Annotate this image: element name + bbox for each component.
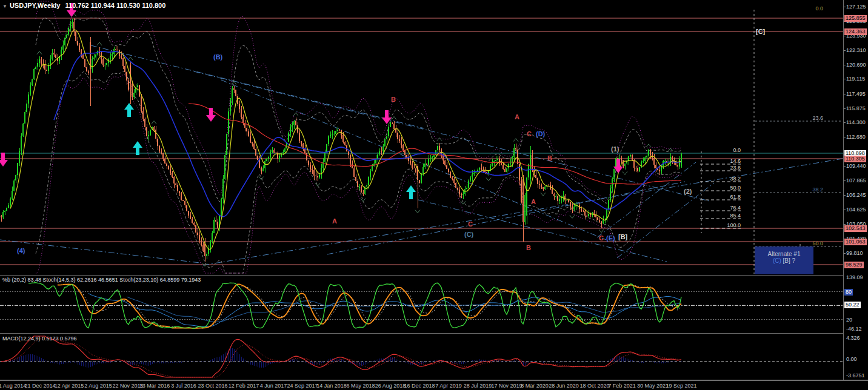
- macd-bar: [56, 362, 56, 363]
- price-tickmark: [844, 195, 846, 196]
- wave-label: (1): [611, 145, 619, 153]
- wave-label: C: [599, 234, 604, 242]
- candle-body: [72, 22, 73, 24]
- macd-bar: [358, 362, 358, 366]
- macd-bar: [256, 362, 256, 366]
- candle-body: [141, 96, 142, 111]
- time-axis[interactable]: 31 Aug 201421 Dec 201412 Apr 20152 Aug 2…: [0, 380, 868, 390]
- macd-bar: [81, 362, 82, 366]
- macd-bar: [669, 362, 669, 363]
- candle-body: [408, 158, 409, 161]
- stochastic-panel-canvas[interactable]: [0, 276, 844, 334]
- wave-label: C: [527, 130, 532, 137]
- panel-separator[interactable]: [0, 275, 868, 276]
- candle-body: [324, 153, 326, 161]
- macd-bar: [207, 362, 207, 362]
- candle-body: [332, 134, 333, 135]
- candle-body: [202, 245, 204, 251]
- symbol-dropdown-icon[interactable]: ▼: [2, 4, 7, 9]
- price-axis[interactable]: 127.125125.505123.930122.310120.690119.1…: [844, 0, 868, 380]
- macd-bar: [107, 362, 107, 363]
- macd-bar: [99, 362, 100, 363]
- wave-label: [B]: [618, 233, 628, 240]
- candle-body: [201, 240, 202, 245]
- candle-body: [362, 193, 364, 194]
- macd-bar: [196, 362, 196, 362]
- date-label: 19 Sep 2021: [666, 383, 696, 389]
- macd-bar: [118, 362, 118, 362]
- fractal-down-icon: [361, 198, 366, 201]
- candle-body: [6, 208, 7, 211]
- candle-body: [255, 149, 256, 156]
- candle-body: [315, 176, 316, 176]
- macd-bar: [547, 362, 547, 362]
- fib1-label: 0.0: [733, 147, 741, 153]
- macd-bar: [559, 362, 560, 363]
- price-tag-110.305: 110.305: [844, 156, 866, 162]
- macd-bar: [423, 362, 424, 363]
- macd-bar: [579, 362, 580, 362]
- alternate-wave-c: (C): [773, 257, 781, 264]
- fractal-down-icon: [623, 171, 627, 174]
- price-tickmark: [844, 122, 846, 123]
- macd-bar: [48, 362, 49, 362]
- candle-body: [84, 59, 85, 67]
- price-tickmark: [844, 253, 846, 254]
- candle-body: [502, 165, 504, 169]
- candle-body: [444, 160, 446, 165]
- panel-separator[interactable]: [0, 333, 868, 334]
- candle-body: [233, 88, 235, 90]
- candle-body: [146, 127, 147, 136]
- candle-body: [357, 181, 358, 187]
- macd-bar: [679, 362, 680, 362]
- macd-bar: [465, 362, 466, 363]
- macd-bar: [558, 362, 558, 363]
- fractal-up-icon: [152, 121, 156, 124]
- macd-bar: [261, 362, 262, 368]
- candle-body: [299, 133, 300, 141]
- magenta-down-arrow-icon: [0, 153, 8, 167]
- candle-body: [217, 222, 218, 228]
- macd-bar: [28, 354, 29, 362]
- macd-bar: [434, 360, 435, 362]
- price-tick-label: 119.115: [846, 76, 865, 82]
- candle-body: [393, 124, 395, 129]
- candle-body: [12, 191, 13, 199]
- macd-bar: [250, 362, 251, 365]
- macd-bar: [172, 362, 173, 363]
- macd-bar: [27, 354, 27, 362]
- price-chart-canvas[interactable]: 0.014.623.638.250.061.876.485.4100.00.02…: [0, 0, 844, 276]
- ohlc-values: 110.762 110.944 110.530 110.800: [65, 2, 166, 9]
- price-tag-101.063: 101.063: [844, 239, 867, 245]
- macd-bar: [509, 362, 509, 362]
- macd-bar: [187, 362, 187, 362]
- price-tag-102.543: 102.543: [844, 225, 867, 232]
- candle-body: [521, 180, 522, 202]
- macd-bar: [507, 362, 507, 362]
- macd-bar: [401, 362, 402, 362]
- macd-panel-canvas[interactable]: [0, 334, 844, 380]
- candle-body: [157, 139, 158, 146]
- alternate-annotation-box[interactable]: Alternate #1 (C) [B] ?: [755, 246, 813, 274]
- wave-label: (4): [17, 247, 25, 254]
- price-tick-label: 104.625: [846, 207, 866, 213]
- candle-body: [137, 85, 138, 87]
- macd-bar: [41, 358, 42, 362]
- fractal-down-icon: [415, 210, 420, 213]
- fib1-label: 38.2: [730, 176, 741, 182]
- wave-label: B: [547, 154, 552, 162]
- macd-bar: [361, 362, 362, 366]
- candle-body: [537, 178, 538, 184]
- macd-bar: [214, 358, 215, 362]
- macd-bar: [19, 357, 20, 362]
- candle-body: [10, 199, 11, 205]
- macd-bar: [167, 362, 167, 363]
- candle-body: [228, 111, 229, 133]
- fib1-label: 85.4: [730, 213, 741, 219]
- macd-bar: [636, 362, 636, 362]
- candle-body: [15, 175, 16, 180]
- macd-bar: [345, 361, 346, 362]
- candle-body: [4, 211, 5, 212]
- macd-bar: [203, 362, 204, 362]
- macd-bar: [232, 348, 233, 362]
